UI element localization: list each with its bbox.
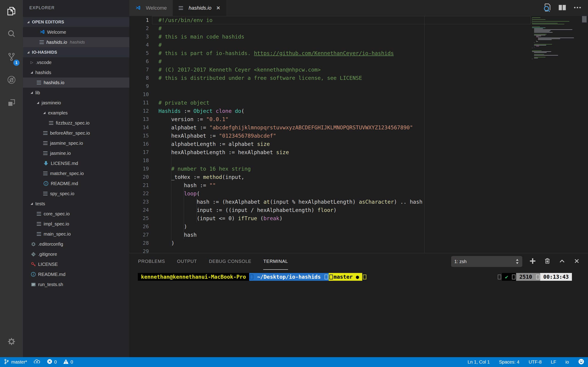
tree-item-beforeafter-spec-io[interactable]: beforeAfter_spec.io [23, 128, 129, 138]
line-number[interactable]: 17 [129, 148, 149, 156]
line-number[interactable]: 2 [129, 24, 149, 33]
line-number[interactable]: 6 [129, 57, 149, 66]
code-line-9[interactable]: 9 [129, 82, 588, 90]
code-line-13[interactable]: 13 version := "0.0.1" [129, 115, 588, 123]
line-number[interactable]: 10 [129, 90, 149, 99]
code-line-20[interactable]: 20 _toHex := method(input, [129, 173, 588, 181]
line-number[interactable]: 27 [129, 231, 149, 239]
code-line-24[interactable]: 24 input := ((input / hexAlphabetLength)… [129, 206, 588, 214]
code-line-17[interactable]: 17 hexAlphabetLength := hexAlphabet size [129, 148, 588, 156]
line-number[interactable]: 14 [129, 123, 149, 132]
more-actions-button[interactable] [571, 2, 584, 15]
code-line-18[interactable]: 18 [129, 156, 588, 165]
section-header-io-hashids[interactable]: IO-HASHIDS [23, 47, 129, 57]
line-number[interactable]: 16 [129, 140, 149, 148]
line-number[interactable]: 9 [129, 82, 149, 90]
code-line-12[interactable]: 12Hashids := Object clone do( [129, 107, 588, 115]
tree-item-jasmine-spec-io[interactable]: jasmine_spec.io [23, 138, 129, 148]
code-line-10[interactable]: 10 [129, 90, 588, 99]
code-editor[interactable]: 1#!/usr/bin/env io2#3# this is main code… [129, 16, 588, 253]
code-line-7[interactable]: 7# (C) 2017-2017 Kenneth Ceyer <kennetha… [129, 66, 588, 74]
search-button[interactable] [0, 23, 23, 46]
maximize-panel-button[interactable] [556, 256, 568, 267]
code-line-28[interactable]: 28 ) [129, 239, 588, 247]
tree-item-license-md[interactable]: LICENSE.md [23, 158, 129, 168]
minimap[interactable] [531, 17, 582, 63]
split-editor-button[interactable] [556, 2, 569, 15]
status-encoding[interactable]: UTF-8 [528, 359, 542, 365]
tree-item-jasmineio[interactable]: jasmineio [23, 98, 129, 108]
new-terminal-button[interactable] [527, 256, 538, 267]
status-feedback[interactable] [578, 359, 584, 366]
tree-item-matcher-spec-io[interactable]: matcher_spec.io [23, 168, 129, 178]
line-number[interactable]: 23 [129, 198, 149, 206]
tree-item-license[interactable]: LICENSE [23, 259, 129, 269]
tree-item-spy-spec-io[interactable]: spy_spec.io [23, 189, 129, 199]
line-number[interactable]: 28 [129, 239, 149, 247]
code-line-2[interactable]: 2# [129, 24, 588, 33]
tree-item-readme-md[interactable]: README.md [23, 178, 129, 189]
open-preview-button[interactable] [541, 2, 553, 15]
line-number[interactable]: 4 [129, 41, 149, 49]
line-number[interactable]: 26 [129, 223, 149, 231]
line-number[interactable]: 13 [129, 115, 149, 123]
line-number[interactable]: 12 [129, 107, 149, 115]
line-number[interactable]: 21 [129, 181, 149, 190]
status-language-mode[interactable]: io [565, 359, 569, 365]
status-sync[interactable] [34, 359, 40, 366]
line-number[interactable]: 15 [129, 132, 149, 140]
tree-item-run-tests-sh[interactable]: run_tests.sh [23, 279, 129, 290]
line-number[interactable]: 8 [129, 74, 149, 82]
code-line-22[interactable]: 22 loop( [129, 190, 588, 198]
section-header-open-editors[interactable]: OPEN EDITORS [23, 17, 129, 27]
tree-item-tests[interactable]: tests [23, 199, 129, 209]
status-branch[interactable]: master* [4, 359, 27, 366]
code-line-3[interactable]: 3# this is main code hashids [129, 33, 588, 41]
code-line-15[interactable]: 15 hexAlphabet := "0123456789abcdef" [129, 132, 588, 140]
tab-hashids-io[interactable]: hashids.io✕ [173, 0, 226, 16]
tree-item-fizzbuzz-spec-io[interactable]: fizzbuzz_spec.io [23, 118, 129, 128]
code-line-27[interactable]: 27 hash [129, 231, 588, 239]
tree-item-lib[interactable]: lib [23, 88, 129, 98]
debug-button[interactable] [0, 69, 23, 92]
tree-item-readme-md[interactable]: README.md [23, 269, 129, 279]
tree-item-gitignore[interactable]: .gitignore [23, 249, 129, 259]
code-line-5[interactable]: 5# this is part of io-hashids. https://g… [129, 49, 588, 57]
code-line-8[interactable]: 8# this is distributed under a free soft… [129, 74, 588, 82]
terminal[interactable]: kennethan@kennethanui-MacBook-Pro ~/Desk… [129, 270, 588, 281]
status-cursor-position[interactable]: Ln 1, Col 1 [468, 359, 490, 365]
tab-close-button[interactable]: ✕ [216, 5, 220, 11]
line-number[interactable]: 5 [129, 49, 149, 57]
terminal-selector-dropdown[interactable]: 1: zsh [451, 256, 522, 267]
tree-item-vscode[interactable]: ▷.vscode [23, 57, 129, 67]
status-warnings[interactable]: 0 [63, 359, 73, 365]
close-panel-button[interactable] [571, 256, 582, 267]
tree-item-impl-spec-io[interactable]: impl_spec.io [23, 219, 129, 229]
code-line-1[interactable]: 1#!/usr/bin/env io [129, 16, 588, 24]
line-number[interactable]: 3 [129, 33, 149, 41]
line-number[interactable]: 25 [129, 214, 149, 223]
panel-tab-terminal[interactable]: TERMINAL [263, 253, 288, 270]
source-control-button[interactable]: 1 [0, 46, 23, 69]
explorer-button[interactable] [0, 0, 23, 23]
line-number[interactable]: 7 [129, 66, 149, 74]
code-line-25[interactable]: 25 (input <= 0) ifTrue (break) [129, 214, 588, 223]
panel-tab-output[interactable]: OUTPUT [177, 253, 197, 270]
code-line-19[interactable]: 19 # number to 16 hex string [129, 165, 588, 173]
code-line-14[interactable]: 14 alphabet := "abcdefghijklmnopqrstuvwx… [129, 123, 588, 132]
line-number[interactable]: 1 [129, 16, 149, 24]
status-indentation[interactable]: Spaces: 4 [499, 359, 519, 365]
line-number[interactable]: 29 [129, 247, 149, 253]
code-line-26[interactable]: 26 ) [129, 223, 588, 231]
tree-item-editorconfig[interactable]: .editorconfig [23, 239, 129, 249]
line-number[interactable]: 20 [129, 173, 149, 181]
status-errors[interactable]: 0 [47, 359, 57, 365]
tree-item-jasmine-io[interactable]: jasmine.io [23, 148, 129, 158]
scrollbar-thumb[interactable] [582, 16, 587, 23]
settings-button[interactable] [0, 331, 23, 353]
tree-item-hashids-io[interactable]: hashids.iohashids [23, 37, 129, 47]
panel-tab-problems[interactable]: PROBLEMS [138, 253, 165, 270]
tree-item-core-spec-io[interactable]: core_spec.io [23, 209, 129, 219]
tab-welcome[interactable]: Welcome [129, 0, 173, 16]
tree-item-main-spec-io[interactable]: main_spec.io [23, 229, 129, 239]
